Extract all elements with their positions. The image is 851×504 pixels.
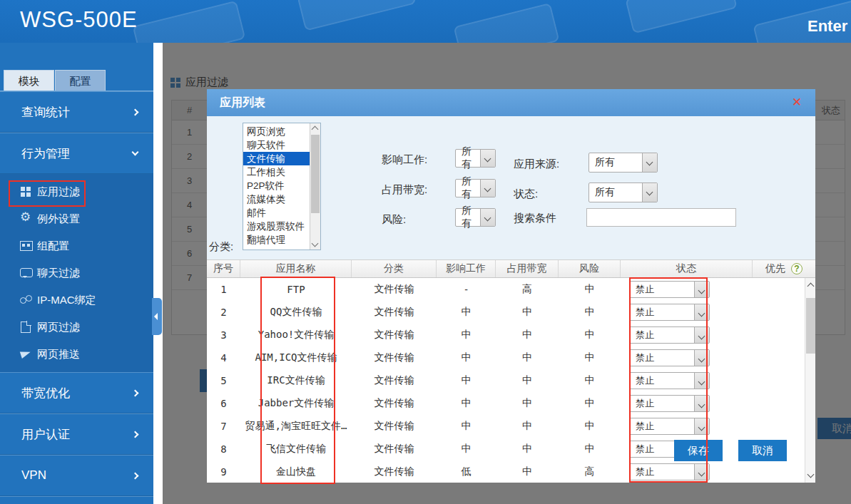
dialog-title: 应用列表 — [220, 89, 265, 116]
save-button[interactable]: 保存 — [674, 440, 723, 461]
chevron-down-icon[interactable] — [694, 396, 709, 411]
app-name: IRC文件传输 — [240, 369, 352, 392]
status-select[interactable]: 禁止 — [629, 418, 710, 435]
category-option[interactable]: 工作相关 — [243, 165, 310, 179]
chevron-down-icon[interactable] — [694, 282, 709, 297]
sidebar-item[interactable]: 组配置 — [0, 232, 153, 259]
sidebar-section[interactable]: VPN — [0, 455, 153, 496]
chevron-down-icon[interactable] — [480, 150, 495, 167]
row-number: 5 — [207, 369, 240, 392]
chevron-down-icon[interactable] — [694, 464, 709, 480]
row-number: 8 — [207, 438, 240, 461]
chevron-icon — [132, 472, 139, 479]
chevron-down-icon[interactable] — [694, 327, 709, 343]
listbox-scrollbar[interactable] — [310, 123, 320, 250]
sidebar-section[interactable]: 带宽优化 — [0, 372, 153, 413]
chevron-down-icon[interactable] — [480, 180, 495, 197]
impact-filter-select[interactable]: 所有 — [455, 149, 496, 168]
category-option[interactable]: 翻墙代理 — [243, 233, 310, 247]
app-name: 金山快盘 — [240, 461, 352, 483]
sidebar-item[interactable]: 聊天过滤 — [0, 259, 153, 287]
impact-value: 中 — [437, 369, 496, 392]
table-scrollbar[interactable] — [805, 278, 815, 483]
bandwidth-value: 中 — [496, 461, 559, 483]
app-category: 文件传输 — [352, 301, 437, 324]
status-select[interactable]: 禁止 — [629, 304, 710, 321]
keyboard-texture — [133, 1, 246, 43]
bandwidth-filter-select[interactable]: 所有 — [455, 179, 496, 197]
impact-value: - — [437, 278, 496, 301]
status-select[interactable]: 禁止 — [629, 372, 710, 389]
category-option[interactable]: 邮件 — [243, 206, 310, 220]
sidebar-section[interactable]: 查询统计 — [0, 91, 153, 133]
chevron-down-icon[interactable] — [694, 373, 709, 389]
bandwidth-value: 中 — [496, 346, 559, 369]
risk-filter-label: 风险: — [382, 213, 406, 227]
sidebar-section[interactable]: 行为管理 — [0, 133, 153, 174]
category-option[interactable]: 文件传输 — [243, 152, 310, 165]
category-option[interactable]: 网页浏览 — [243, 125, 310, 138]
sidebar-item-label: 网页过滤 — [37, 321, 80, 334]
impact-value: 中 — [437, 415, 496, 438]
sidebar-tab[interactable]: 配置 — [55, 70, 106, 91]
bandwidth-value: 中 — [496, 369, 559, 392]
cancel-button[interactable]: 取消 — [738, 440, 787, 461]
scroll-up-icon[interactable] — [312, 126, 319, 133]
chevron-down-icon[interactable] — [480, 209, 495, 226]
row-number: 4 — [207, 346, 240, 369]
bandwidth-value: 中 — [496, 392, 559, 415]
chevron-down-icon[interactable] — [642, 153, 657, 172]
app-category: 文件传输 — [352, 392, 437, 415]
risk-filter-select[interactable]: 所有 — [455, 208, 496, 227]
status-select[interactable]: 禁止 — [629, 463, 710, 480]
status-select[interactable]: 禁止 — [629, 326, 710, 344]
table-row: 9 金山快盘 文件传输 低 中 高 禁止 — [207, 461, 805, 483]
table-row: 6 Jabber文件传输 文件传输 中 中 中 禁止 — [207, 392, 805, 415]
status-filter-select[interactable]: 所有 — [588, 182, 658, 202]
chevron-down-icon[interactable] — [694, 418, 709, 434]
category-option[interactable]: 游戏股票软件 — [243, 220, 310, 233]
chevron-down-icon[interactable] — [694, 350, 709, 366]
scrollbar-thumb[interactable] — [311, 135, 320, 213]
bandwidth-value: 中 — [496, 438, 559, 461]
sidebar-section[interactable]: 用户认证 — [0, 413, 153, 455]
app-name: 贸易通,淘宝旺旺文件… — [240, 415, 352, 438]
scroll-down-icon[interactable] — [312, 240, 319, 247]
status-select[interactable]: 禁止 — [629, 395, 710, 412]
scroll-up-icon[interactable] — [807, 283, 815, 290]
sidebar-collapse-handle[interactable] — [152, 298, 162, 335]
status-select[interactable]: 禁止 — [629, 281, 710, 298]
search-input[interactable] — [586, 208, 736, 227]
sidebar-item[interactable]: 例外设置 — [0, 205, 153, 232]
status-select[interactable]: 禁止 — [629, 349, 710, 366]
chevron-icon — [132, 389, 139, 396]
application-list-dialog: 应用列表 ✕ 分类: 网页浏览 聊天软件 文件传输 工作相关 P2P软件 流媒体… — [207, 89, 815, 483]
category-option[interactable]: 流媒体类 — [243, 192, 310, 206]
sidebar-item[interactable]: 网页推送 — [0, 341, 153, 368]
category-option[interactable]: P2P软件 — [243, 179, 310, 192]
sidebar-section-partial[interactable] — [0, 496, 153, 504]
app-name: Yahoo!文件传输 — [240, 324, 352, 346]
gear-icon — [20, 212, 37, 225]
screen: WSG-500E Enter 模块配置 查询统计 行为管理 — [0, 0, 851, 504]
sidebar-item-label: IP-MAC绑定 — [37, 294, 96, 307]
scroll-down-icon[interactable] — [807, 471, 815, 478]
help-icon[interactable]: ? — [791, 263, 802, 274]
scrollbar-thumb[interactable] — [806, 298, 815, 354]
chevron-down-icon[interactable] — [694, 304, 709, 320]
category-option[interactable]: 聊天软件 — [243, 138, 310, 152]
sidebar-section-label: 用户认证 — [21, 426, 133, 443]
sidebar-section-label: 带宽优化 — [21, 385, 133, 401]
source-filter-select[interactable]: 所有 — [588, 153, 658, 173]
sidebar-section-label: VPN — [21, 468, 133, 483]
chevron-down-icon[interactable] — [642, 183, 657, 202]
column-header-no: 序号 — [207, 260, 240, 277]
sidebar-tab[interactable]: 模块 — [4, 70, 54, 91]
table-row: 2 QQ文件传输 文件传输 中 中 中 禁止 — [207, 301, 805, 324]
risk-value: 中 — [559, 369, 621, 392]
sidebar-item[interactable]: 网页过滤 — [0, 314, 153, 341]
sidebar-item[interactable]: 应用过滤 — [0, 178, 153, 205]
sidebar-item[interactable]: IP-MAC绑定 — [0, 287, 153, 314]
sidebar-section-label: 查询统计 — [21, 104, 133, 120]
close-icon[interactable]: ✕ — [790, 96, 804, 110]
